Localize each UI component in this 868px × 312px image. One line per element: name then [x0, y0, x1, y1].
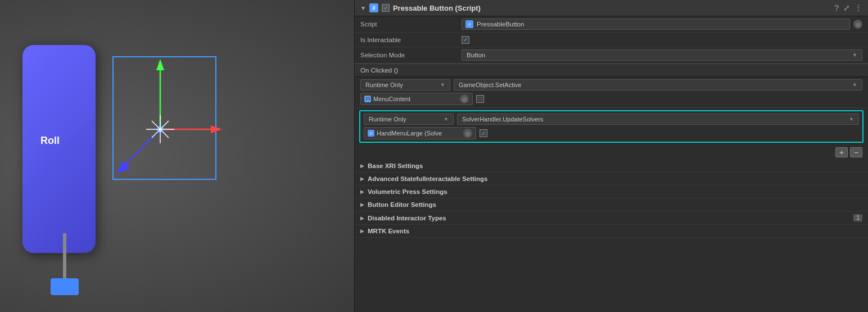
is-interactable-row: Is Interactable [355, 33, 868, 47]
menu-icon[interactable]: ⋮ [855, 3, 862, 12]
section-disabled-label: Disabled Interactor Types [368, 215, 446, 221]
section-disabled-interactor[interactable]: ▶ Disabled Interactor Types 1 [355, 211, 868, 225]
is-interactable-checkbox[interactable] [462, 36, 469, 44]
section-button-editor-label: Button Editor Settings [368, 201, 436, 208]
event-row-2-bottom: # HandMenuLarge (Solve ◎ [364, 127, 859, 139]
section-base-xri-label: Base XRI Settings [368, 162, 423, 169]
on-clicked-header: On Clicked () [355, 64, 868, 77]
event2-runtime-dropdown[interactable]: Runtime Only ▼ [364, 114, 454, 125]
selection-mode-dropdown-text: Button [467, 52, 485, 58]
event2-action-text: SolverHandler.UpdateSolvers [462, 116, 543, 123]
svg-marker-3 [211, 125, 222, 133]
help-icon[interactable]: ? [834, 3, 839, 12]
is-interactable-label: Is Interactable [360, 37, 462, 43]
ui-button-stem [63, 233, 66, 278]
section-button-editor[interactable]: ▶ Button Editor Settings [355, 198, 868, 211]
event-row-2-top: Runtime Only ▼ SolverHandler.UpdateSolve… [364, 114, 859, 125]
ui-button-base [51, 278, 79, 295]
svg-marker-5 [117, 161, 130, 173]
header-icons: ? ⤢ ⋮ [834, 3, 862, 12]
event2-runtime-text: Runtime Only [369, 116, 406, 123]
event1-runtime-arrow: ▼ [440, 82, 445, 88]
event1-object-name: MenuContent [373, 96, 458, 102]
event1-runtime-text: Runtime Only [365, 82, 403, 88]
event1-object-icon: 🎮 [364, 96, 371, 102]
section-mrtk-arrow: ▶ [360, 228, 364, 234]
section-advanced-label: Advanced StatefulInteractable Settings [368, 175, 487, 182]
roll-label: Roll [40, 135, 60, 147]
selection-mode-row: Selection Mode Button ▼ [355, 47, 868, 64]
event1-object-select-btn[interactable]: ◎ [460, 94, 469, 103]
event-buttons-row: + − [355, 145, 868, 160]
event-row-1: Runtime Only ▼ GameObject.SetActive ▼ 🎮 … [355, 77, 868, 108]
event1-checkbox[interactable] [476, 95, 484, 103]
dropdown-arrow-icon: ▼ [852, 52, 857, 58]
script-field[interactable]: # PressableButton [462, 19, 850, 30]
add-event-button[interactable]: + [835, 147, 848, 157]
section-advanced-stateful[interactable]: ▶ Advanced StatefulInteractable Settings [355, 173, 868, 186]
event2-object-icon: # [368, 130, 374, 137]
section-base-xri[interactable]: ▶ Base XRI Settings [355, 160, 868, 173]
section-mrtk-events[interactable]: ▶ MRTK Events [355, 225, 868, 238]
remove-event-button[interactable]: − [850, 147, 862, 157]
section-volumetric-press[interactable]: ▶ Volumetric Press Settings [355, 186, 868, 198]
component-enabled-checkbox[interactable]: ✓ [382, 4, 390, 12]
event-row-1-bottom: 🎮 MenuContent ◎ [360, 93, 862, 105]
script-value: # PressableButton ◎ [462, 19, 862, 30]
script-file-icon: # [465, 20, 473, 28]
selection-mode-label: Selection Mode [360, 52, 462, 58]
section-button-editor-arrow: ▶ [360, 202, 364, 207]
gizmo-svg [107, 51, 230, 197]
viewport: Roll [0, 0, 354, 312]
svg-marker-1 [156, 59, 164, 70]
is-interactable-value [462, 36, 862, 44]
event2-object-select-btn[interactable]: ◎ [463, 129, 472, 138]
component-title: Pressable Button (Script) [393, 4, 831, 12]
script-select-button[interactable]: ◎ [853, 20, 862, 29]
on-clicked-label: On Clicked () [360, 67, 398, 74]
event2-checkbox[interactable] [480, 129, 487, 137]
event2-object-field[interactable]: # HandMenuLarge (Solve ◎ [364, 127, 476, 139]
section-base-xri-arrow: ▶ [360, 163, 364, 169]
collapse-arrow-icon[interactable]: ▼ [360, 5, 366, 11]
event2-action-arrow: ▼ [849, 116, 854, 122]
resize-icon[interactable]: ⤢ [843, 3, 850, 12]
section-volumetric-arrow: ▶ [360, 189, 364, 195]
selection-mode-value: Button ▼ [462, 49, 862, 61]
event2-object-name: HandMenuLarge (Solve [377, 130, 461, 137]
event1-action-dropdown[interactable]: GameObject.SetActive ▼ [454, 79, 862, 91]
event-row-1-top: Runtime Only ▼ GameObject.SetActive ▼ [360, 79, 862, 91]
script-label: Script [360, 21, 462, 28]
event2-runtime-arrow: ▼ [444, 116, 449, 122]
event-row-2: Runtime Only ▼ SolverHandler.UpdateSolve… [359, 110, 864, 143]
ui-button-shape [22, 45, 96, 253]
event1-object-field[interactable]: 🎮 MenuContent ◎ [360, 93, 473, 105]
script-property-row: Script # PressableButton ◎ [355, 16, 868, 33]
section-advanced-arrow: ▶ [360, 176, 364, 182]
viewport-bg: Roll [0, 0, 354, 312]
section-disabled-badge: 1 [853, 214, 862, 221]
script-name-text: PressableButton [477, 21, 846, 28]
inspector-panel: ▼ # ✓ Pressable Button (Script) ? ⤢ ⋮ Sc… [354, 0, 868, 312]
event1-runtime-dropdown[interactable]: Runtime Only ▼ [360, 79, 450, 91]
event2-action-dropdown[interactable]: SolverHandler.UpdateSolvers ▼ [457, 114, 859, 125]
script-hash-icon: # [369, 3, 378, 12]
event1-action-arrow: ▼ [852, 82, 857, 88]
selection-mode-dropdown[interactable]: Button ▼ [462, 49, 862, 61]
event1-action-text: GameObject.SetActive [459, 82, 521, 88]
section-volumetric-label: Volumetric Press Settings [368, 188, 447, 195]
component-body: Script # PressableButton ◎ Is Interactab… [355, 16, 868, 312]
section-mrtk-label: MRTK Events [368, 228, 409, 234]
component-header: ▼ # ✓ Pressable Button (Script) ? ⤢ ⋮ [355, 0, 868, 16]
section-disabled-arrow: ▶ [360, 215, 364, 221]
